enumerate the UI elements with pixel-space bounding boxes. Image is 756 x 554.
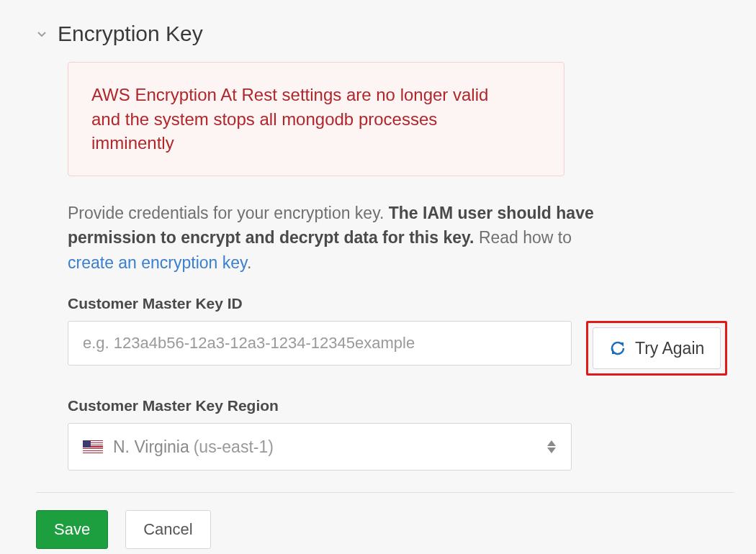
key-id-field-group: Customer Master Key ID Try Again xyxy=(68,295,734,376)
action-bar: Save Cancel xyxy=(36,510,734,549)
error-alert: AWS Encryption At Rest settings are no l… xyxy=(68,62,564,176)
save-button[interactable]: Save xyxy=(36,510,108,549)
section-header[interactable]: Encryption Key xyxy=(36,22,734,46)
svg-marker-2 xyxy=(547,440,556,446)
region-selected-name: N. Virginia xyxy=(113,437,189,457)
error-alert-text: AWS Encryption At Rest settings are no l… xyxy=(91,83,509,155)
desc-part2: Read how to xyxy=(474,228,572,247)
region-label: Customer Master Key Region xyxy=(68,397,734,414)
divider xyxy=(36,492,734,493)
try-again-highlight: Try Again xyxy=(586,321,727,376)
desc-part1: Provide credentials for your encryption … xyxy=(68,204,389,222)
desc-period: . xyxy=(247,253,251,272)
try-again-label: Try Again xyxy=(635,339,704,358)
customer-master-key-id-input[interactable] xyxy=(68,321,572,365)
refresh-icon xyxy=(609,340,626,357)
customer-master-key-region-select[interactable]: N. Virginia (us-east-1) xyxy=(68,423,572,471)
region-field-group: Customer Master Key Region N. Virginia (… xyxy=(68,397,734,471)
key-id-label: Customer Master Key ID xyxy=(68,295,734,312)
cancel-button[interactable]: Cancel xyxy=(125,510,210,549)
region-selected-code: (us-east-1) xyxy=(194,437,274,457)
section-title: Encryption Key xyxy=(58,22,203,46)
us-flag-icon xyxy=(83,440,103,453)
svg-marker-3 xyxy=(547,448,556,453)
select-arrows-icon xyxy=(546,440,557,453)
create-encryption-key-link[interactable]: create an encryption key xyxy=(68,253,247,272)
description-text: Provide credentials for your encryption … xyxy=(68,201,615,276)
svg-marker-0 xyxy=(619,342,624,347)
chevron-down-icon xyxy=(36,28,48,40)
try-again-button[interactable]: Try Again xyxy=(593,327,721,369)
